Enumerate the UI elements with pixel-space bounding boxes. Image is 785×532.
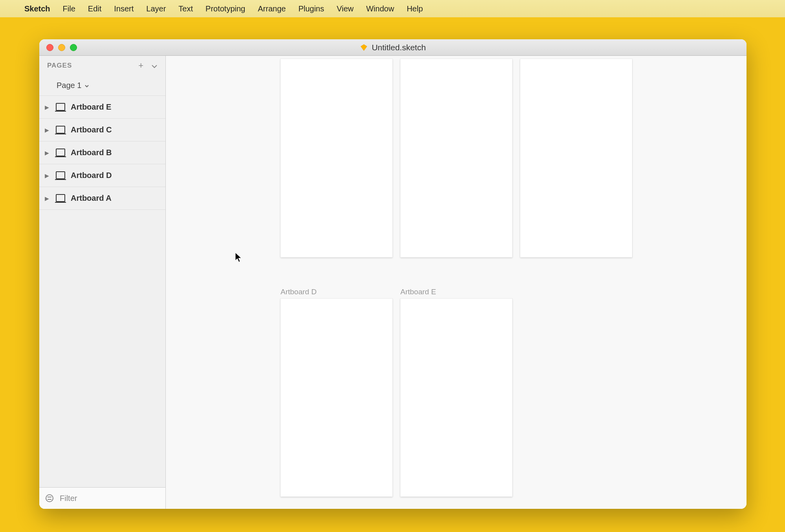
menu-view[interactable]: View	[337, 4, 354, 13]
menu-layer[interactable]: Layer	[146, 4, 166, 13]
maximize-button[interactable]	[70, 44, 77, 51]
artboard-a-group[interactable]: Artboard A	[281, 56, 392, 257]
menu-insert[interactable]: Insert	[114, 4, 134, 13]
disclosure-icon[interactable]: ▶	[45, 104, 50, 110]
sketch-document-icon	[360, 44, 368, 51]
current-page-name: Page 1	[57, 81, 81, 90]
artboard-icon	[55, 149, 66, 157]
menu-text[interactable]: Text	[178, 4, 193, 13]
window-title: Untitled.sketch	[360, 43, 426, 52]
artboard-c-group[interactable]: Artboard C	[520, 56, 632, 257]
layer-item-artboard-a[interactable]: ▶ Artboard A	[39, 187, 165, 210]
artboard-c-canvas[interactable]	[520, 59, 632, 257]
artboard-label[interactable]: Artboard D	[281, 288, 392, 296]
disclosure-icon[interactable]: ▶	[45, 127, 50, 133]
artboard-b-canvas[interactable]	[400, 59, 512, 257]
artboard-icon	[55, 126, 66, 134]
artboard-a-canvas[interactable]	[281, 59, 392, 257]
disclosure-icon[interactable]: ▶	[45, 195, 50, 202]
artboard-e-group[interactable]: Artboard E	[400, 288, 512, 497]
menu-app-name[interactable]: Sketch	[24, 4, 50, 13]
artboard-icon	[55, 103, 66, 112]
page-dropdown-icon	[84, 83, 89, 89]
window-controls	[39, 44, 77, 51]
svg-marker-0	[361, 44, 367, 51]
menu-plugins[interactable]: Plugins	[298, 4, 324, 13]
filter-placeholder: Filter	[60, 494, 77, 503]
layer-item-artboard-c[interactable]: ▶ Artboard C	[39, 119, 165, 141]
disclosure-icon[interactable]: ▶	[45, 172, 50, 179]
minimize-button[interactable]	[58, 44, 65, 51]
artboard-label[interactable]: Artboard E	[400, 288, 512, 296]
canvas[interactable]: Artboard A Artboard B Artboard C Artboar…	[166, 56, 746, 509]
artboard-icon	[55, 194, 66, 203]
collapse-pages-icon[interactable]	[151, 61, 158, 71]
page-selector[interactable]: Page 1	[39, 75, 165, 96]
close-button[interactable]	[46, 44, 53, 51]
layer-name: Artboard A	[71, 194, 112, 203]
menu-window[interactable]: Window	[366, 4, 394, 13]
pages-header: PAGES +	[39, 56, 165, 75]
filter-icon	[46, 494, 53, 502]
layer-item-artboard-d[interactable]: ▶ Artboard D	[39, 164, 165, 187]
sketch-window: Untitled.sketch PAGES + Page 1	[39, 39, 746, 509]
layer-name: Artboard D	[71, 171, 112, 180]
filter-bar[interactable]: Filter	[39, 487, 165, 509]
artboard-e-canvas[interactable]	[400, 299, 512, 497]
artboard-d-group[interactable]: Artboard D	[281, 288, 392, 497]
window-content: PAGES + Page 1 ▶ A	[39, 56, 746, 509]
layer-name: Artboard C	[71, 125, 112, 134]
artboard-label[interactable]: Artboard B	[400, 56, 512, 57]
menu-prototyping[interactable]: Prototyping	[205, 4, 245, 13]
pages-label: PAGES	[47, 62, 72, 70]
window-title-bar[interactable]: Untitled.sketch	[39, 39, 746, 56]
artboard-d-canvas[interactable]	[281, 299, 392, 497]
artboard-label[interactable]: Artboard A	[281, 56, 392, 57]
layers-sidebar: PAGES + Page 1 ▶ A	[39, 56, 166, 509]
artboard-b-group[interactable]: Artboard B	[400, 56, 512, 257]
layer-list: ▶ Artboard E ▶ Artboard C ▶ Artboard B ▶	[39, 96, 165, 487]
disclosure-icon[interactable]: ▶	[45, 150, 50, 156]
pages-actions: +	[138, 61, 158, 71]
menu-help[interactable]: Help	[407, 4, 423, 13]
layer-item-artboard-e[interactable]: ▶ Artboard E	[39, 96, 165, 119]
macos-menu-bar: Sketch File Edit Insert Layer Text Proto…	[0, 0, 785, 17]
layer-name: Artboard B	[71, 148, 112, 157]
menu-file[interactable]: File	[63, 4, 75, 13]
artboard-icon	[55, 171, 66, 180]
menu-arrange[interactable]: Arrange	[258, 4, 286, 13]
layer-name: Artboard E	[71, 103, 111, 112]
add-page-icon[interactable]: +	[138, 61, 143, 71]
artboard-label[interactable]: Artboard C	[520, 56, 632, 57]
window-title-text: Untitled.sketch	[372, 43, 426, 52]
menu-edit[interactable]: Edit	[88, 4, 101, 13]
layer-item-artboard-b[interactable]: ▶ Artboard B	[39, 141, 165, 164]
